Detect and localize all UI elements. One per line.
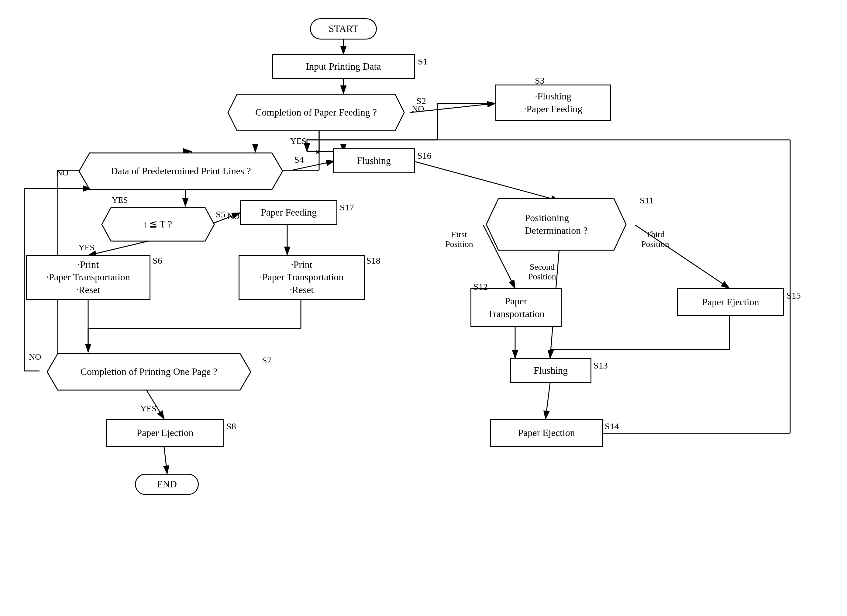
s4-text: Data of Predetermined Print Lines ? — [111, 165, 251, 177]
s12-step: S12 — [474, 282, 488, 292]
s5-diamond: t ≦ T ? — [94, 206, 222, 243]
s8-step: S8 — [226, 421, 236, 431]
first-position-label: First Position — [445, 230, 473, 249]
s4-step: S4 — [294, 154, 304, 165]
s11-step: S11 — [640, 195, 654, 205]
s6-box: ·Print ·Paper Transportation ·Reset — [26, 255, 151, 300]
s17-text: Paper Feeding — [261, 206, 317, 219]
no-s5-label: NO — [227, 211, 239, 221]
s15-text: Paper Ejection — [702, 296, 759, 309]
second-position-label: Second Position — [528, 262, 556, 282]
s8-box: Paper Ejection — [106, 419, 224, 447]
yes-s7-label: YES — [140, 404, 156, 414]
s6-step: S6 — [153, 256, 162, 266]
s3-text: ·Flushing ·Paper Feeding — [524, 90, 582, 115]
yes-s2-label: YES — [290, 136, 306, 146]
s11-text: Positioning Determination ? — [525, 211, 587, 237]
no-s4-label: NO — [56, 168, 68, 177]
s1-box: Input Printing Data — [272, 54, 415, 79]
s18-text: ·Print ·Paper Transportation ·Reset — [260, 259, 344, 297]
s7-step: S7 — [262, 355, 272, 365]
s13-box: Flushing — [510, 358, 592, 383]
s7-text: Completion of Printing One Page ? — [81, 365, 218, 378]
s12-box: Paper Transportation — [471, 288, 562, 327]
s1-label: Input Printing Data — [306, 60, 381, 73]
s5-step: S5 — [216, 209, 226, 220]
s4-diamond: Data of Predetermined Print Lines ? — [70, 151, 292, 191]
svg-line-42 — [316, 151, 319, 154]
flowchart: START Input Printing Data S1 Completion … — [0, 0, 847, 616]
s14-step: S14 — [605, 421, 619, 431]
s3-box: ·Flushing ·Paper Feeding — [495, 84, 611, 121]
s13-step: S13 — [593, 360, 608, 371]
start-node: START — [310, 18, 377, 40]
yes-s4-label: YES — [112, 195, 128, 205]
s12-text: Paper Transportation — [487, 295, 544, 320]
s18-box: ·Print ·Paper Transportation ·Reset — [239, 255, 365, 300]
s16-box: Flushing — [333, 148, 415, 173]
s18-step: S18 — [366, 256, 381, 266]
s17-box: Paper Feeding — [240, 200, 337, 225]
svg-line-18 — [413, 161, 559, 201]
s7-diamond: Completion of Printing One Page ? — [38, 352, 260, 391]
start-label: START — [329, 22, 358, 35]
s15-step: S15 — [786, 290, 801, 301]
s14-box: Paper Ejection — [490, 419, 603, 447]
end-label: END — [157, 478, 177, 491]
s2-diamond: Completion of Paper Feeding ? — [219, 93, 413, 132]
s2-text: Completion of Paper Feeding ? — [255, 106, 377, 119]
s5-text: t ≦ T ? — [144, 218, 172, 231]
s16-step: S16 — [417, 151, 432, 161]
yes-s5-label: YES — [78, 243, 94, 253]
s11-diamond: Positioning Determination ? — [474, 197, 638, 252]
s3-step: S3 — [535, 75, 544, 86]
no-s2-label: NO — [412, 104, 424, 114]
s6-text: ·Print ·Paper Transportation ·Reset — [46, 259, 130, 297]
s1-step: S1 — [418, 56, 428, 66]
s13-text: Flushing — [534, 364, 568, 377]
third-position-label: Third Position — [641, 230, 669, 249]
s15-box: Paper Ejection — [677, 288, 784, 316]
s17-step: S17 — [340, 202, 354, 213]
s16-text: Flushing — [357, 154, 391, 167]
end-node: END — [135, 474, 199, 495]
s8-text: Paper Ejection — [136, 427, 193, 439]
svg-line-38 — [546, 383, 550, 419]
s14-text: Paper Ejection — [518, 427, 575, 439]
svg-line-30 — [164, 447, 167, 474]
no-s7-label: NO — [29, 352, 41, 362]
svg-line-43 — [316, 151, 319, 154]
